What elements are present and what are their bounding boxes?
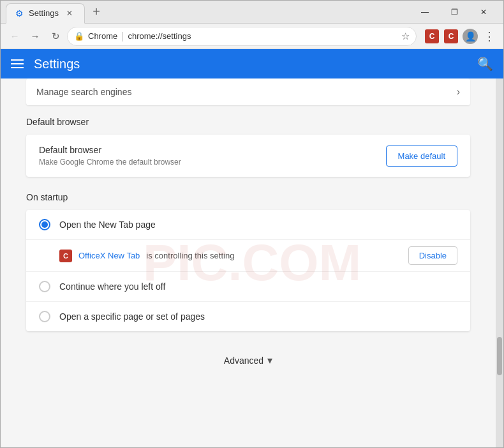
manage-search-row[interactable]: Manage search engines › — [26, 78, 470, 105]
reload-button[interactable]: ↻ — [47, 27, 64, 45]
extension-icon-2[interactable]: C — [442, 27, 460, 45]
forward-button[interactable]: → — [26, 27, 44, 45]
scrollbar-track[interactable] — [496, 78, 503, 447]
extension-icon-1[interactable]: C — [423, 27, 441, 45]
radio-newtab[interactable] — [39, 219, 50, 230]
manage-search-chevron-icon: › — [457, 86, 460, 98]
tab-title-label: Settings — [29, 8, 59, 18]
hamburger-line-2 — [11, 63, 24, 64]
minimize-button[interactable]: — — [410, 3, 440, 22]
manage-search-section: Manage search engines › — [1, 78, 496, 112]
default-browser-card-subtitle: Make Google Chrome the default browser — [39, 158, 181, 167]
profile-button[interactable]: 👤 — [461, 27, 479, 45]
startup-option-specific[interactable]: Open a specific page or set of pages — [26, 302, 470, 331]
lock-icon: 🔒 — [74, 31, 84, 41]
default-browser-section-title: Default browser — [26, 117, 470, 127]
startup-option-newtab-label: Open the New Tab page — [59, 220, 156, 230]
hamburger-line-3 — [11, 67, 24, 68]
radio-inner-newtab — [41, 221, 48, 228]
on-startup-section-title: On startup — [26, 192, 470, 202]
active-tab[interactable]: ⚙ Settings × — [6, 3, 85, 24]
extension-message: is controlling this setting — [146, 251, 234, 260]
url-separator: | — [121, 31, 124, 42]
advanced-button[interactable]: Advanced ▾ — [224, 354, 272, 366]
url-text: chrome://settings — [128, 31, 191, 41]
advanced-label: Advanced — [224, 355, 263, 366]
advanced-chevron-icon: ▾ — [267, 354, 272, 366]
close-tab-button[interactable]: × — [64, 8, 75, 19]
toolbar-icons: C C 👤 ⋮ — [423, 27, 498, 45]
profile-avatar: 👤 — [463, 29, 478, 44]
maximize-button[interactable]: ❐ — [440, 3, 469, 22]
chrome-menu-button[interactable]: ⋮ — [480, 27, 498, 45]
scrollbar-thumb[interactable] — [497, 337, 502, 375]
scrollable-content: Manage search engines › Default browser … — [1, 78, 496, 447]
extension-control-row: C OfficeX New Tab is controlling this se… — [26, 240, 470, 272]
default-browser-card-text: Default browser Make Google Chrome the d… — [39, 145, 181, 167]
address-input[interactable]: 🔒 Chrome | chrome://settings ☆ — [67, 27, 417, 46]
content-area: Manage search engines › Default browser … — [1, 78, 503, 447]
bookmark-icon[interactable]: ☆ — [401, 31, 410, 42]
officex-ext-icon: C — [59, 250, 72, 262]
back-button[interactable]: ← — [6, 27, 24, 45]
on-startup-section: On startup Open the New Tab page C Offic — [1, 187, 496, 341]
extension-info: C OfficeX New Tab is controlling this se… — [59, 250, 234, 262]
chrome-label: Chrome — [88, 31, 117, 41]
window-controls: — ❐ ✕ — [410, 3, 498, 22]
browser-frame: ⚙ Settings × + — ❐ ✕ ← → ↻ 🔒 Chrome | ch… — [0, 0, 504, 448]
hamburger-menu-button[interactable] — [11, 59, 24, 68]
close-window-button[interactable]: ✕ — [469, 3, 498, 22]
title-bar: ⚙ Settings × + — ❐ ✕ — [1, 1, 503, 24]
startup-option-continue-label: Continue where you left off — [59, 281, 165, 292]
advanced-section: Advanced ▾ — [1, 341, 496, 379]
startup-option-continue[interactable]: Continue where you left off — [26, 272, 470, 302]
officex-icon-2: C — [444, 29, 458, 43]
make-default-button[interactable]: Make default — [386, 146, 457, 167]
default-browser-section: Default browser Default browser Make Goo… — [1, 112, 496, 187]
manage-search-label: Manage search engines — [36, 87, 131, 97]
radio-continue[interactable] — [39, 281, 50, 292]
settings-header: Settings 🔍 — [1, 49, 503, 78]
disable-extension-button[interactable]: Disable — [408, 246, 457, 265]
address-bar: ← → ↻ 🔒 Chrome | chrome://settings ☆ C C… — [1, 24, 503, 49]
settings-search-button[interactable]: 🔍 — [477, 56, 493, 71]
officex-icon: C — [425, 29, 439, 43]
radio-specific[interactable] — [39, 311, 50, 322]
menu-dots-icon: ⋮ — [484, 29, 495, 43]
hamburger-line-1 — [11, 59, 24, 61]
settings-page-title: Settings — [34, 57, 80, 71]
startup-option-newtab[interactable]: Open the New Tab page — [26, 210, 470, 240]
default-browser-card-title: Default browser — [39, 145, 181, 155]
startup-option-specific-label: Open a specific page or set of pages — [59, 311, 205, 322]
new-tab-button[interactable]: + — [87, 3, 105, 21]
startup-options-card: Open the New Tab page C OfficeX New Tab … — [26, 210, 470, 331]
tab-favicon-icon: ⚙ — [15, 8, 24, 19]
default-browser-card: Default browser Make Google Chrome the d… — [26, 135, 470, 177]
extension-name-link[interactable]: OfficeX New Tab — [78, 251, 140, 260]
